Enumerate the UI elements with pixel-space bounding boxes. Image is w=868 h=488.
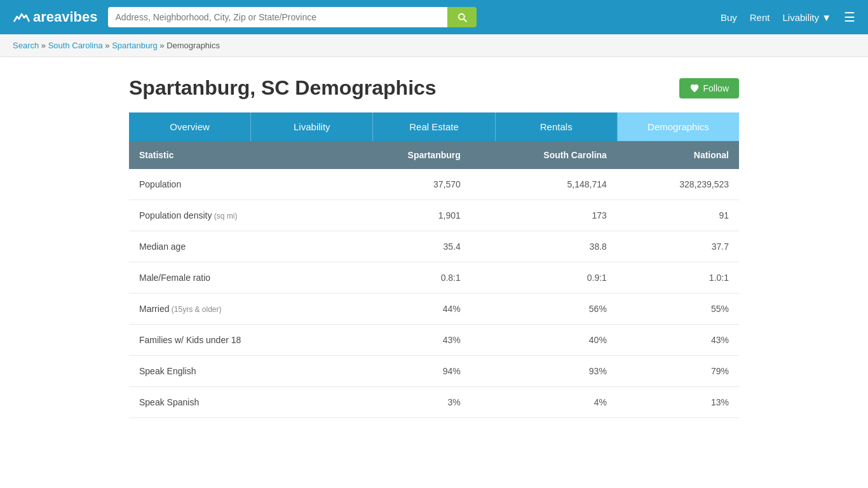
breadcrumb-sep3: » <box>159 41 166 50</box>
stat-label-cell: Population density (sq mi) <box>129 200 342 231</box>
tab-demographics[interactable]: Demographics <box>618 112 739 141</box>
stat-sublabel: (sq mi) <box>212 212 237 220</box>
page-title: Spartanburg, SC Demographics <box>129 76 437 100</box>
follow-button[interactable]: Follow <box>679 78 739 98</box>
stat-label-cell: Male/Female ratio <box>129 262 342 294</box>
south-carolina-value: 93% <box>471 356 617 387</box>
tab-overview[interactable]: Overview <box>129 112 251 141</box>
table-row: Population37,5705,148,714328,239,523 <box>129 169 739 200</box>
follow-label: Follow <box>703 83 729 93</box>
south-carolina-value: 0.9:1 <box>471 262 617 294</box>
breadcrumb-city[interactable]: Spartanburg <box>112 41 158 50</box>
heart-icon <box>689 83 700 93</box>
demographics-table: Statistic Spartanburg South Carolina Nat… <box>129 141 739 418</box>
table-header-row: Statistic Spartanburg South Carolina Nat… <box>129 141 739 169</box>
logo-text: areavibes <box>33 9 98 25</box>
col-statistic: Statistic <box>129 141 342 169</box>
national-value: 43% <box>617 325 739 356</box>
nav-buy[interactable]: Buy <box>721 12 737 23</box>
header-nav: Buy Rent Livability ▼ ☰ <box>721 10 855 25</box>
spartanburg-value: 3% <box>342 387 471 418</box>
table-row: Families w/ Kids under 1843%40%43% <box>129 325 739 356</box>
table-row: Median age35.438.837.7 <box>129 231 739 262</box>
breadcrumb-sep2: » <box>105 41 112 50</box>
nav-livability[interactable]: Livability ▼ <box>782 12 831 23</box>
national-value: 1.0:1 <box>617 262 739 294</box>
tab-livability[interactable]: Livability <box>251 112 373 141</box>
nav-rent[interactable]: Rent <box>750 12 770 23</box>
main-content: Spartanburg, SC Demographics Follow Over… <box>116 57 752 437</box>
spartanburg-value: 37,570 <box>342 169 471 200</box>
breadcrumb-current: Demographics <box>166 41 220 50</box>
stat-sublabel: (15yrs & older) <box>169 305 221 314</box>
national-value: 37.7 <box>617 231 739 262</box>
stat-label-cell: Speak English <box>129 356 342 387</box>
stat-label: Population <box>139 179 181 189</box>
breadcrumb-search[interactable]: Search <box>13 41 39 50</box>
stat-label-cell: Families w/ Kids under 18 <box>129 325 342 356</box>
table-row: Speak English94%93%79% <box>129 356 739 387</box>
stat-label: Population density <box>139 210 212 220</box>
breadcrumb-state[interactable]: South Carolina <box>48 41 103 50</box>
logo-icon <box>13 10 31 24</box>
national-value: 13% <box>617 387 739 418</box>
national-value: 328,239,523 <box>617 169 739 200</box>
south-carolina-value: 40% <box>471 325 617 356</box>
stat-label-cell: Population <box>129 169 342 200</box>
spartanburg-value: 94% <box>342 356 471 387</box>
title-row: Spartanburg, SC Demographics Follow <box>129 76 739 100</box>
stat-label: Speak English <box>139 366 196 376</box>
stat-label: Median age <box>139 241 186 252</box>
stat-label: Speak Spanish <box>139 397 199 407</box>
search-icon <box>456 11 468 23</box>
stat-label-cell: Median age <box>129 231 342 262</box>
stat-label-cell: Speak Spanish <box>129 387 342 418</box>
breadcrumb: Search » South Carolina » Spartanburg » … <box>0 34 868 57</box>
spartanburg-value: 0.8:1 <box>342 262 471 294</box>
south-carolina-value: 38.8 <box>471 231 617 262</box>
south-carolina-value: 4% <box>471 387 617 418</box>
spartanburg-value: 1,901 <box>342 200 471 231</box>
national-value: 91 <box>617 200 739 231</box>
logo[interactable]: areavibes <box>13 9 98 25</box>
stat-label: Male/Female ratio <box>139 273 210 283</box>
col-national: National <box>617 141 739 169</box>
table-row: Married (15yrs & older)44%56%55% <box>129 294 739 325</box>
search-bar <box>108 7 477 27</box>
table-row: Speak Spanish3%4%13% <box>129 387 739 418</box>
south-carolina-value: 5,148,714 <box>471 169 617 200</box>
hamburger-icon[interactable]: ☰ <box>844 10 855 25</box>
search-button[interactable] <box>447 7 477 27</box>
table-row: Male/Female ratio0.8:10.9:11.0:1 <box>129 262 739 294</box>
col-spartanburg: Spartanburg <box>342 141 471 169</box>
search-input[interactable] <box>108 7 447 27</box>
south-carolina-value: 173 <box>471 200 617 231</box>
spartanburg-value: 35.4 <box>342 231 471 262</box>
tabs: Overview Livability Real Estate Rentals … <box>129 112 739 141</box>
tab-real-estate[interactable]: Real Estate <box>373 112 495 141</box>
spartanburg-value: 44% <box>342 294 471 325</box>
breadcrumb-sep1: » <box>41 41 48 50</box>
spartanburg-value: 43% <box>342 325 471 356</box>
stat-label: Married <box>139 304 169 314</box>
stat-label-cell: Married (15yrs & older) <box>129 294 342 325</box>
table-row: Population density (sq mi)1,90117391 <box>129 200 739 231</box>
national-value: 79% <box>617 356 739 387</box>
stat-label: Families w/ Kids under 18 <box>139 335 241 345</box>
south-carolina-value: 56% <box>471 294 617 325</box>
col-south-carolina: South Carolina <box>471 141 617 169</box>
tab-rentals[interactable]: Rentals <box>496 112 618 141</box>
national-value: 55% <box>617 294 739 325</box>
header: areavibes Buy Rent Livability ▼ ☰ <box>0 0 868 34</box>
